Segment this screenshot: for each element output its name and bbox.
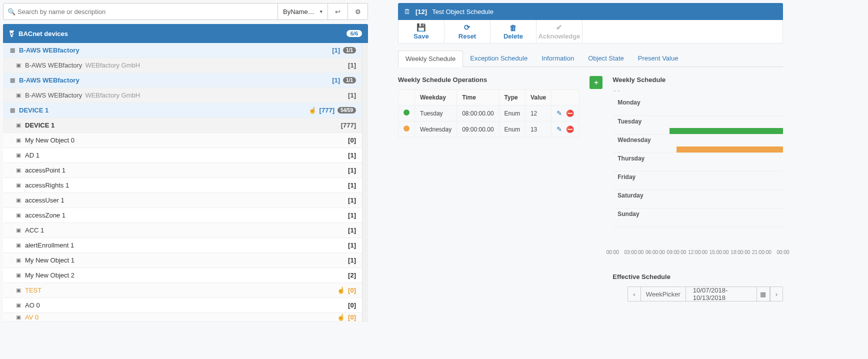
op-value: 13 [525,122,551,138]
object-row[interactable]: ▣TEST ☝[0] [3,283,362,298]
network-icon: ⚧ [9,30,14,38]
chart-handle-icon: ⌃⌃ [612,90,783,95]
tree-count-badge: 6/6 [346,30,362,37]
object-icon: ▣ [15,272,22,279]
object-row[interactable]: ▣My New Object 0 [0] [3,133,362,148]
undo-button[interactable]: ↩ [328,4,348,20]
reset-label: Reset [458,32,476,40]
device-child-row[interactable]: ▣DEVICE 1 [777] [3,118,362,133]
chart-day-row [612,226,783,245]
object-icon: ▣ [15,152,22,159]
scrollbar[interactable] [362,43,368,322]
chart-day-row: Tuesday [612,116,783,134]
week-next-button[interactable]: › [770,287,782,301]
object-id: [0] [348,314,356,321]
axis-tick: 21:00:00 [752,250,772,255]
object-id: [1] [348,256,356,264]
object-row[interactable]: ▣accessPoint 1 [1] [3,163,362,178]
chart-day-row: Monday [612,97,783,116]
reset-button[interactable]: ⟳ Reset [444,20,490,43]
sort-label: ByNameOrDescription [283,8,318,16]
object-id: [0] [348,286,356,294]
schedule-title: Weekly Schedule [612,76,783,84]
remove-button[interactable]: ⛔ [566,126,574,133]
device-row[interactable]: ▥DEVICE 1 ☝[777]54/59 [3,103,362,118]
tab-weekly-schedule[interactable]: Weekly Schedule [398,50,463,67]
object-row[interactable]: ▣accessRights 1 [1] [3,178,362,193]
device-id: [777] [320,106,334,114]
device-child-row[interactable]: ▣B-AWS WEBfactoryWEBfactory GmbH [1] [3,58,362,73]
schedule-bar[interactable] [676,146,783,152]
sort-dropdown[interactable]: ByNameOrDescription ▾ [278,4,328,20]
object-id: [777] [341,122,356,129]
chart-day-row: Wednesday [612,134,783,152]
axis-tick: 00:00 [776,250,789,255]
object-id: [1] [348,62,356,69]
object-icon: ▣ [15,302,22,309]
object-row[interactable]: ▣My New Object 1 [1] [3,253,362,268]
axis-tick: 03:00:00 [624,250,644,255]
object-row[interactable]: ▣AD 1 [1] [3,148,362,163]
object-row[interactable]: ▣accessZone 1 [1] [3,208,362,223]
panel-title: Test Object Schedule [432,8,494,16]
device-tree: ▥B-AWS WEBfactory [1]1/1▣B-AWS WEBfactor… [3,43,362,322]
device-icon: ▥ [9,77,16,84]
save-button[interactable]: 💾 Save [398,20,444,43]
object-row[interactable]: ▣AO 0 [0] [3,298,362,313]
remove-button[interactable]: ⛔ [566,110,574,117]
add-operation-button[interactable]: ＋ [590,76,602,89]
op-time: 08:00:00.00 [457,106,499,122]
week-picker: ‹ WeekPicker 10/07/2018-10/13/2018 ▦ › [628,286,783,302]
object-id: [1] [348,182,356,189]
axis-tick: 18:00:00 [730,250,750,255]
tab-information[interactable]: Information [534,50,581,66]
operation-row: Wednesday 09:00:00.00 Enum 13 ✎⛔ [398,122,580,138]
device-row[interactable]: ▥B-AWS WEBfactory [1]1/1 [3,43,362,58]
edit-button[interactable]: ✎ [556,110,562,117]
object-icon: ▣ [15,137,22,144]
schedule-bar[interactable] [670,128,783,134]
object-name: TEST [25,286,42,294]
tab-object-state[interactable]: Object State [581,50,631,66]
edit-button[interactable]: ✎ [556,126,562,133]
object-row[interactable]: ▣AV 0 ☝[0] [3,313,362,322]
undo-icon: ↩ [335,8,340,16]
tab-bar: Weekly ScheduleException ScheduleInforma… [398,50,783,67]
object-name: accessZone 1 [25,212,66,219]
search-input[interactable] [4,4,278,20]
tree-title: BACnet devices [18,30,68,38]
object-icon: ▣ [15,62,22,69]
object-icon: ▣ [15,314,22,321]
object-row[interactable]: ▣ACC 1 [1] [3,223,362,238]
delete-button[interactable]: 🗑 Delete [490,20,536,43]
axis-tick: 12:00:00 [688,250,708,255]
tab-exception-schedule[interactable]: Exception Schedule [463,50,534,66]
tab-present-value[interactable]: Present Value [631,50,686,66]
panel-toolbar: 💾 Save ⟳ Reset 🗑 Delete ✔ Acknowledge [398,20,783,44]
acknowledge-button[interactable]: ✔ Acknowledge [536,20,582,43]
object-id: [1] [348,166,356,174]
object-icon: ▣ [15,92,22,99]
week-prev-button[interactable]: ‹ [628,287,640,301]
device-child-row[interactable]: ▣B-AWS WEBfactoryWEBfactory GmbH [1] [3,88,362,103]
week-picker-label: WeekPicker [641,287,686,301]
settings-button[interactable]: ⚙ [348,4,368,20]
object-icon: ▣ [15,197,22,204]
plus-icon: ＋ [593,78,600,87]
object-id: [0] [348,302,356,309]
axis-tick: 06:00:00 [646,250,665,255]
object-row[interactable]: ▣alertEnrollment 1 [1] [3,238,362,253]
object-row[interactable]: ▣My New Object 2 [2] [3,268,362,283]
object-name: My New Object 2 [25,272,74,279]
search-icon: 🔍 [8,8,16,16]
operations-title: Weekly Schedule Operations [398,76,487,84]
device-row[interactable]: ▥B-AWS WEBfactory [1]1/1 [3,73,362,88]
object-row[interactable]: ▣accessUser 1 [1] [3,193,362,208]
calendar-button[interactable]: ▦ [757,287,770,301]
object-id: [1] [348,196,356,204]
hand-icon: ☝ [337,314,345,321]
object-suffix: WEBfactory GmbH [85,92,140,99]
check-icon: ✔ [556,23,562,32]
op-value: 12 [525,106,551,122]
object-icon: ▣ [15,122,22,129]
